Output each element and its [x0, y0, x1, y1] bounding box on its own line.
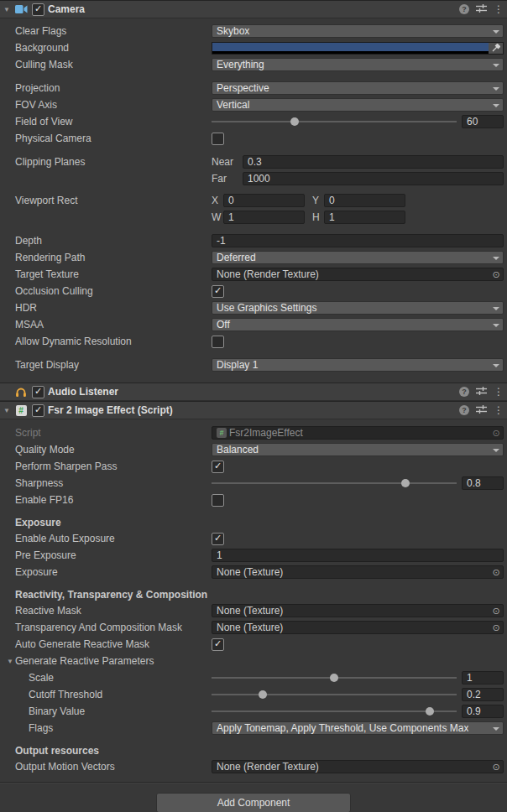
- depth-label: Depth: [0, 235, 212, 247]
- depth-field[interactable]: -1: [212, 234, 504, 247]
- viewport-rect-label: Viewport Rect: [0, 195, 212, 206]
- pre-exposure-field[interactable]: 1: [212, 549, 504, 562]
- object-picker-icon[interactable]: ⊙: [489, 762, 503, 773]
- physical-camera-checkbox[interactable]: ✓: [212, 133, 224, 145]
- target-texture-object-field[interactable]: None (Render Texture)⊙: [212, 268, 504, 281]
- viewport-h-field[interactable]: 1: [324, 211, 405, 224]
- clear-flags-row: Clear Flags Skybox: [0, 23, 507, 39]
- hdr-row: HDR Use Graphics Settings: [0, 299, 507, 316]
- presets-icon[interactable]: [476, 404, 487, 417]
- target-display-row: Target Display Display 1: [0, 357, 507, 373]
- enable-fp16-checkbox[interactable]: ✓: [212, 494, 224, 507]
- field-of-view-slider[interactable]: [212, 115, 457, 128]
- perform-sharpen-pass-checkbox[interactable]: ✓: [212, 461, 224, 473]
- viewport-x-field[interactable]: 0: [223, 194, 305, 207]
- allow-dynamic-resolution-row: Allow Dynamic Resolution ✓: [0, 333, 507, 350]
- slider-knob[interactable]: [330, 674, 338, 682]
- object-picker-icon: ⊙: [489, 428, 503, 439]
- reactivity-section-header: Reactivity, Transparency & Composition: [0, 587, 507, 602]
- context-menu-icon[interactable]: ⋮: [494, 387, 500, 397]
- slider-knob[interactable]: [426, 707, 434, 716]
- viewport-rect-wh-row: W 1 H 1: [0, 209, 507, 226]
- physical-camera-label: Physical Camera: [0, 133, 212, 144]
- enable-auto-exposure-checkbox[interactable]: ✓: [212, 533, 224, 545]
- enable-auto-exposure-label: Enable Auto Exposure: [0, 533, 212, 544]
- viewport-rect-xy-row: Viewport Rect X 0 Y 0: [0, 192, 507, 209]
- viewport-w-field[interactable]: 1: [223, 211, 305, 224]
- viewport-y-field[interactable]: 0: [324, 194, 405, 207]
- slider-knob[interactable]: [259, 690, 267, 699]
- auto-generate-reactive-mask-checkbox[interactable]: ✓: [212, 638, 224, 651]
- scale-value[interactable]: 1: [462, 671, 504, 684]
- object-picker-icon[interactable]: ⊙: [489, 606, 503, 617]
- camera-enabled-checkbox[interactable]: ✓: [32, 3, 44, 16]
- object-picker-icon[interactable]: ⊙: [489, 567, 503, 578]
- object-picker-icon[interactable]: ⊙: [489, 269, 503, 280]
- perform-sharpen-pass-label: Perform Sharpen Pass: [0, 461, 212, 472]
- fsr2-component-header[interactable]: ▼ # ✓ Fsr 2 Image Effect (Script) ? ⋮: [0, 401, 507, 419]
- hdr-label: HDR: [0, 302, 212, 314]
- presets-icon[interactable]: [476, 3, 487, 16]
- help-icon[interactable]: ?: [459, 387, 469, 397]
- chevron-down-icon: [493, 104, 499, 107]
- quality-mode-dropdown[interactable]: Balanced: [212, 443, 504, 456]
- flags-dropdown[interactable]: Apply Tonemap, Apply Threshold, Use Comp…: [212, 721, 504, 735]
- culling-mask-dropdown[interactable]: Everything: [212, 58, 504, 71]
- foldout-icon[interactable]: ▼: [0, 407, 13, 414]
- allow-dynamic-resolution-label: Allow Dynamic Resolution: [0, 336, 212, 347]
- foldout-icon[interactable]: ▼: [5, 658, 15, 665]
- cutoff-threshold-slider[interactable]: [212, 688, 457, 701]
- target-display-dropdown[interactable]: Display 1: [212, 358, 504, 372]
- add-component-button[interactable]: Add Component: [156, 793, 351, 812]
- projection-dropdown[interactable]: Perspective: [212, 81, 504, 95]
- context-menu-icon[interactable]: ⋮: [494, 4, 500, 14]
- presets-icon[interactable]: [476, 386, 487, 398]
- exposure-object-field[interactable]: None (Texture)⊙: [212, 565, 504, 579]
- help-icon[interactable]: ?: [459, 405, 469, 415]
- pre-exposure-row: Pre Exposure 1: [0, 547, 507, 564]
- object-picker-icon[interactable]: ⊙: [489, 622, 503, 633]
- sharpness-value[interactable]: 0.8: [462, 476, 504, 490]
- occlusion-culling-checkbox[interactable]: ✓: [212, 285, 224, 298]
- audio-listener-enabled-checkbox[interactable]: ✓: [32, 386, 44, 398]
- binary-value-label: Binary Value: [0, 705, 212, 717]
- generate-reactive-parameters-row[interactable]: ▼ Generate Reactive Parameters: [0, 653, 507, 669]
- msaa-dropdown[interactable]: Off: [212, 318, 504, 331]
- foldout-icon[interactable]: ▼: [0, 6, 13, 13]
- audio-listener-component-header[interactable]: ✓ Audio Listener ? ⋮: [0, 383, 507, 401]
- sharpness-slider[interactable]: [212, 476, 457, 490]
- eyedropper-icon[interactable]: [489, 43, 503, 54]
- camera-component-title: Camera: [48, 3, 459, 15]
- fov-axis-row: FOV Axis Vertical: [0, 96, 507, 113]
- rendering-path-dropdown[interactable]: Deferred: [212, 251, 504, 264]
- slider-knob[interactable]: [290, 117, 299, 126]
- output-resources-section-header: Output resources: [0, 743, 507, 758]
- scale-slider[interactable]: [212, 671, 457, 684]
- binary-value-slider[interactable]: [212, 705, 457, 718]
- h-label: H: [312, 211, 324, 223]
- script-mini-icon: #: [217, 428, 227, 438]
- reactive-mask-object-field[interactable]: None (Texture)⊙: [212, 604, 504, 617]
- hdr-dropdown[interactable]: Use Graphics Settings: [212, 301, 504, 315]
- camera-component-header[interactable]: ▼ ✓ Camera ? ⋮: [0, 0, 507, 18]
- culling-mask-label: Culling Mask: [0, 59, 212, 70]
- fov-axis-dropdown[interactable]: Vertical: [212, 98, 504, 112]
- clear-flags-dropdown[interactable]: Skybox: [212, 24, 504, 38]
- output-motion-vectors-object-field[interactable]: None (Render Texture)⊙: [212, 760, 504, 773]
- allow-dynamic-resolution-checkbox[interactable]: ✓: [212, 336, 224, 348]
- slider-knob[interactable]: [401, 479, 410, 487]
- far-field[interactable]: 1000: [243, 172, 504, 185]
- context-menu-icon[interactable]: ⋮: [494, 405, 500, 415]
- binary-value-value[interactable]: 0.9: [462, 705, 504, 718]
- alpha-bar: [212, 51, 489, 54]
- background-color-field[interactable]: [212, 42, 504, 55]
- depth-row: Depth -1: [0, 232, 507, 249]
- field-of-view-value[interactable]: 60: [462, 115, 504, 128]
- color-swatch[interactable]: [212, 43, 489, 51]
- fsr2-enabled-checkbox[interactable]: ✓: [32, 404, 44, 417]
- help-icon[interactable]: ?: [459, 4, 469, 14]
- near-field[interactable]: 0.3: [243, 155, 504, 169]
- cutoff-threshold-value[interactable]: 0.2: [462, 688, 504, 701]
- transparency-mask-object-field[interactable]: None (Texture)⊙: [212, 621, 504, 634]
- script-label: Script: [0, 427, 212, 439]
